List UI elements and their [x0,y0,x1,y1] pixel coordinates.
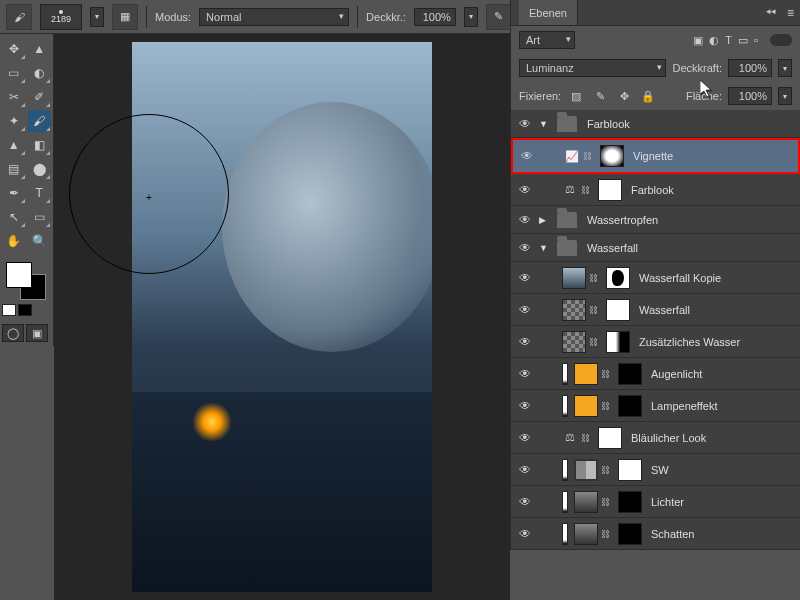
link-mask-icon[interactable]: ⛓ [601,497,615,507]
layer-mask-thumbnail[interactable] [606,331,630,353]
layer-mask-thumbnail[interactable] [598,179,622,201]
layer-name[interactable]: SW [651,464,669,476]
layer-row[interactable]: 👁⚖⛓Bläulicher Look [511,422,800,454]
panel-menu-icon[interactable]: ≡ [787,6,794,20]
visibility-toggle-icon[interactable]: 👁 [511,495,539,509]
visibility-toggle-icon[interactable]: 👁 [511,527,539,541]
layer-row[interactable]: 👁⚖⛓Farblook [511,174,800,206]
hand-tool[interactable]: ✋ [2,230,26,252]
layer-name[interactable]: Augenlicht [651,368,702,380]
link-mask-icon[interactable]: ⛓ [601,465,615,475]
layer-thumbnail[interactable] [562,299,586,321]
layer-mask-thumbnail[interactable] [618,523,642,545]
brush-preset-picker[interactable]: 2189 [40,4,82,30]
pressure-opacity-icon[interactable]: ✎ [486,4,512,30]
layer-name[interactable]: Zusätzliches Wasser [639,336,740,348]
layer-mask-thumbnail[interactable] [618,363,642,385]
layer-row[interactable]: 👁📈⛓Vignette [511,138,800,174]
gradient-tool[interactable]: ▤ [2,158,26,180]
link-mask-icon[interactable]: ⛓ [589,273,603,283]
layer-mask-thumbnail[interactable] [618,491,642,513]
layer-thumbnail[interactable] [574,363,598,385]
brush-preset-chevron[interactable]: ▾ [90,7,104,27]
lock-all-icon[interactable]: 🔒 [639,88,657,104]
disclosure-triangle-icon[interactable]: ▼ [539,243,553,253]
layer-opacity-field[interactable]: 100% [728,59,772,77]
mini-swatch-a[interactable] [2,304,16,316]
link-mask-icon[interactable]: ⛓ [589,337,603,347]
layer-row[interactable]: 👁⛓SW [511,454,800,486]
direct-selection-tool[interactable]: ↖ [2,206,26,228]
pen-tool[interactable]: ✒ [2,182,26,204]
visibility-toggle-icon[interactable]: 👁 [511,241,539,255]
visibility-toggle-icon[interactable]: 👁 [511,399,539,413]
layer-name[interactable]: Farblook [587,118,630,130]
layer-name[interactable]: Lichter [651,496,684,508]
filter-shape-icon[interactable]: ▭ [738,34,748,47]
layer-name[interactable]: Vignette [633,150,673,162]
filter-adjust-icon[interactable]: ◐ [709,34,719,47]
filter-pixel-icon[interactable]: ▣ [693,34,703,47]
mini-swatch-b[interactable] [18,304,32,316]
layer-thumbnail[interactable] [574,523,598,545]
type-tool[interactable]: T [28,182,52,204]
link-mask-icon[interactable]: ⛓ [601,369,615,379]
opacity-field[interactable]: 100% [414,8,456,26]
layer-name[interactable]: Wasserfall [587,242,638,254]
layer-name[interactable]: Wasserfall [639,304,690,316]
filter-smart-icon[interactable]: ▫ [754,34,758,46]
link-mask-icon[interactable]: ⛓ [581,433,595,443]
layer-row[interactable]: 👁⛓Lichter [511,486,800,518]
blur-tool[interactable]: ⬤ [28,158,52,180]
layer-row[interactable]: 👁▼Wasserfall [511,234,800,262]
layer-mask-thumbnail[interactable] [606,299,630,321]
healing-brush-tool[interactable]: ✦ [2,110,26,132]
layer-row[interactable]: 👁⛓Lampeneffekt [511,390,800,422]
shape-tool[interactable]: ▭ [28,206,52,228]
layer-row[interactable]: 👁⛓Wasserfall Kopie [511,262,800,294]
layer-row[interactable]: 👁⛓Zusätzliches Wasser [511,326,800,358]
move-tool[interactable]: ✥ [2,38,26,60]
blend-mode-dropdown[interactable]: Normal [199,8,349,26]
lock-pixels-icon[interactable]: ✎ [591,88,609,104]
disclosure-triangle-icon[interactable]: ▼ [539,119,553,129]
eyedropper-tool[interactable]: ✐ [28,86,52,108]
layer-mask-thumbnail[interactable] [618,395,642,417]
disclosure-triangle-icon[interactable]: ▶ [539,215,553,225]
visibility-toggle-icon[interactable]: 👁 [511,271,539,285]
link-mask-icon[interactable]: ⛓ [583,151,597,161]
opacity-chevron[interactable]: ▾ [464,7,478,27]
crop-tool[interactable]: ✂ [2,86,26,108]
visibility-toggle-icon[interactable]: 👁 [511,367,539,381]
layer-row[interactable]: 👁⛓Schatten [511,518,800,550]
layer-thumbnail[interactable] [574,395,598,417]
layer-name[interactable]: Wassertropfen [587,214,658,226]
layer-name[interactable]: Wasserfall Kopie [639,272,721,284]
layer-row[interactable]: 👁▼Farblook [511,110,800,138]
panel-collapse-icon[interactable]: ◂◂ [766,6,776,16]
color-swatches[interactable] [2,260,50,300]
link-mask-icon[interactable]: ⛓ [601,401,615,411]
lock-transparency-icon[interactable]: ▨ [567,88,585,104]
brush-tool[interactable]: 🖌 [28,110,52,132]
layer-mask-thumbnail[interactable] [598,427,622,449]
screen-mode-toggle[interactable]: ▣ [26,324,48,342]
foreground-color[interactable] [6,262,32,288]
eraser-tool[interactable]: ◧ [28,134,52,156]
layer-name[interactable]: Lampeneffekt [651,400,717,412]
link-mask-icon[interactable]: ⛓ [581,185,595,195]
visibility-toggle-icon[interactable]: 👁 [511,463,539,477]
visibility-toggle-icon[interactable]: 👁 [511,303,539,317]
layer-thumbnail[interactable] [574,491,598,513]
marquee-tool[interactable]: ▭ [2,62,26,84]
document-canvas[interactable] [132,42,432,592]
link-mask-icon[interactable]: ⛓ [601,529,615,539]
layer-name[interactable]: Farblook [631,184,674,196]
visibility-toggle-icon[interactable]: 👁 [511,183,539,197]
visibility-toggle-icon[interactable]: 👁 [511,335,539,349]
layer-filter-dropdown[interactable]: Art [519,31,575,49]
quickmask-toggle[interactable]: ◯ [2,324,24,342]
visibility-toggle-icon[interactable]: 👁 [511,117,539,131]
layer-mask-thumbnail[interactable] [618,459,642,481]
visibility-toggle-icon[interactable]: 👁 [511,213,539,227]
